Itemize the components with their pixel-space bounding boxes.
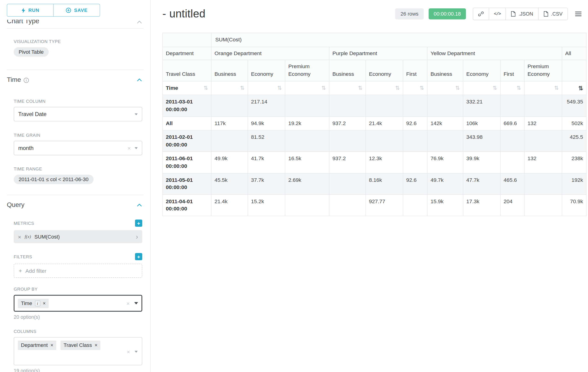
visualization-type-tag[interactable]: Pivot Table xyxy=(14,47,49,57)
pivot-sort-cell[interactable]: ⇅ xyxy=(500,81,524,95)
divider xyxy=(7,28,143,29)
pivot-sort-cell[interactable]: ⇅ xyxy=(285,81,329,95)
pivot-cell: 192k xyxy=(562,173,586,195)
pivot-cell: 132 xyxy=(524,152,562,173)
remove-pill-icon[interactable]: × xyxy=(94,343,97,348)
pivot-cell: 549.35 xyxy=(562,95,586,117)
divider xyxy=(7,195,143,195)
pivot-cell: 238k xyxy=(562,152,586,173)
time-grain-group: TIME GRAIN month × xyxy=(14,133,142,155)
pivot-corner-cell xyxy=(163,33,211,47)
remove-pill-icon[interactable]: × xyxy=(43,301,46,306)
pivot-sort-header[interactable]: Time⇅ xyxy=(163,81,211,95)
copy-link-button[interactable] xyxy=(473,8,489,20)
pivot-data-row: 2011-05-01 00:00:0045.5k37.7k2.69k8.16k9… xyxy=(163,173,586,195)
pivot-class-header: Business xyxy=(211,60,248,81)
pivot-cell: 21.4k xyxy=(211,195,248,216)
pivot-cell xyxy=(285,95,329,117)
pivot-sort-cell[interactable]: ⇅ xyxy=(248,81,285,95)
menu-button[interactable] xyxy=(574,10,583,18)
pivot-cell: 332.21 xyxy=(463,95,500,117)
pivot-sort-cell[interactable]: ⇅ xyxy=(562,81,586,95)
embed-code-button[interactable]: </> xyxy=(489,8,506,20)
pivot-sort-cell[interactable]: ⇅ xyxy=(211,81,248,95)
clear-icon[interactable]: × xyxy=(126,300,130,306)
pivot-row-label: 2011-04-01 00:00:00 xyxy=(163,195,211,216)
chart-panel: - untitled 26 rows 00:00:00.18 xyxy=(151,0,588,372)
save-button[interactable]: SAVE xyxy=(53,4,100,17)
columns-pill-label: Department xyxy=(21,342,48,348)
info-icon[interactable] xyxy=(24,78,29,83)
pivot-cell: 49.7k xyxy=(427,173,463,195)
pivot-cell: 117k xyxy=(211,117,248,130)
pivot-row-label: 2011-02-01 00:00:00 xyxy=(163,130,211,152)
pivot-cell xyxy=(524,95,562,117)
pivot-cell xyxy=(524,195,562,216)
chevron-right-icon[interactable]: › xyxy=(136,233,138,240)
pivot-sort-cell[interactable]: ⇅ xyxy=(403,81,427,95)
add-filter-button[interactable]: + xyxy=(135,253,142,260)
query-timer-badge: 00:00:00.18 xyxy=(429,8,466,19)
add-filter-dropzone[interactable]: + Add filter xyxy=(14,264,142,278)
sort-icon: ⇅ xyxy=(420,85,424,92)
chevron-up-icon[interactable] xyxy=(137,78,142,81)
export-button-group: </> .JSON .CSV xyxy=(473,8,568,20)
pivot-cell: 37.7k xyxy=(248,173,285,195)
pivot-cell xyxy=(403,152,427,173)
pivot-class-header: Premium Economy xyxy=(524,60,562,81)
export-json-button[interactable]: .JSON xyxy=(505,8,538,20)
time-range-tag[interactable]: 2011-01-01 ≤ col < 2011-06-30 xyxy=(14,175,94,184)
pivot-cell: 41.7k xyxy=(248,152,285,173)
time-range-label: TIME RANGE xyxy=(14,167,142,171)
info-icon[interactable]: i xyxy=(35,300,40,306)
time-grain-value: month xyxy=(18,145,34,151)
pivot-class-header: Economy xyxy=(366,60,403,81)
pivot-sort-cell[interactable]: ⇅ xyxy=(329,81,366,95)
group-by-pill[interactable]: Time i × xyxy=(18,298,49,308)
pivot-row-label: 2011-06-01 00:00:00 xyxy=(163,152,211,173)
time-column-group: TIME COLUMN Travel Date xyxy=(14,99,142,121)
time-section-header[interactable]: Time xyxy=(7,76,142,84)
columns-pill[interactable]: Travel Class × xyxy=(60,340,100,350)
add-metric-button[interactable]: + xyxy=(135,220,142,227)
query-section-header[interactable]: Query xyxy=(7,201,142,209)
pivot-cell: 425.5 xyxy=(562,130,586,152)
pivot-class-header: First xyxy=(500,60,524,81)
group-by-options-count: 20 option(s) xyxy=(14,314,142,320)
metric-option[interactable]: × f(x) SUM(Cost) › xyxy=(14,230,142,243)
time-grain-label: TIME GRAIN xyxy=(14,133,142,138)
sort-icon: ⇅ xyxy=(358,85,362,92)
time-column-select[interactable]: Travel Date xyxy=(14,107,142,121)
code-icon: </> xyxy=(494,11,501,16)
remove-pill-icon[interactable]: × xyxy=(51,343,53,348)
pivot-sort-cell[interactable]: ⇅ xyxy=(366,81,403,95)
columns-pill-label: Travel Class xyxy=(64,342,92,348)
columns-select[interactable]: Department × Travel Class × × xyxy=(14,337,142,365)
pivot-row-label: 2011-05-01 00:00:00 xyxy=(163,173,211,195)
group-by-pill-label: Time xyxy=(21,300,32,306)
chevron-up-icon[interactable] xyxy=(137,204,142,207)
time-grain-select[interactable]: month × xyxy=(14,141,142,155)
chevron-up-icon xyxy=(137,20,142,25)
pivot-cell: 12.3k xyxy=(366,152,403,173)
remove-metric-icon[interactable]: × xyxy=(18,234,21,240)
pivot-cell: 16.5k xyxy=(285,152,329,173)
pivot-class-header: Business xyxy=(329,60,366,81)
pivot-sort-cell[interactable]: ⇅ xyxy=(427,81,463,95)
chart-type-section-header[interactable]: Chart Type xyxy=(7,20,143,26)
export-csv-button[interactable]: .CSV xyxy=(538,8,568,20)
pivot-sort-cell[interactable]: ⇅ xyxy=(524,81,562,95)
columns-pill[interactable]: Department × xyxy=(18,340,56,350)
pivot-cell xyxy=(403,95,427,117)
pivot-class-header: First xyxy=(403,60,427,81)
pivot-sort-cell[interactable]: ⇅ xyxy=(463,81,500,95)
clear-icon[interactable]: × xyxy=(127,349,130,355)
sort-icon: ⇅ xyxy=(277,85,282,92)
time-range-group: TIME RANGE 2011-01-01 ≤ col < 2011-06-30 xyxy=(14,167,142,184)
run-button[interactable]: RUN xyxy=(7,4,53,17)
export-json-label: .JSON xyxy=(518,11,533,17)
chart-title[interactable]: - untitled xyxy=(162,8,205,20)
pivot-cell xyxy=(403,130,427,152)
clear-icon[interactable]: × xyxy=(128,145,131,151)
group-by-select[interactable]: Time i × × xyxy=(14,295,142,312)
